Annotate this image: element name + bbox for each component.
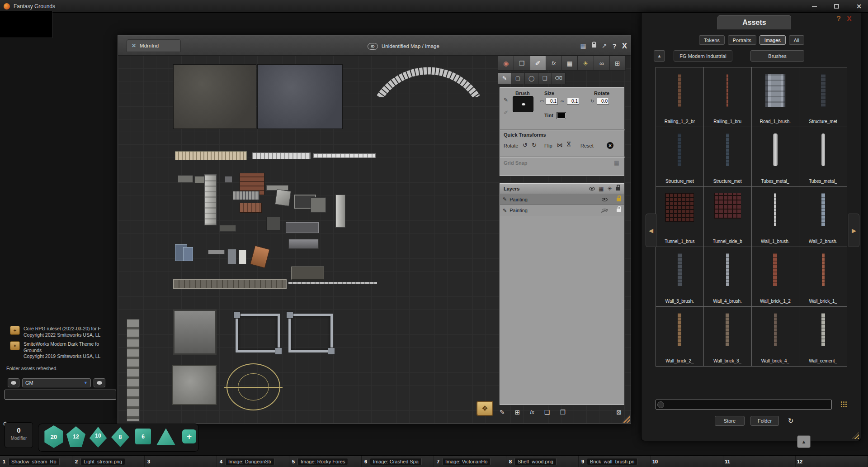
- tab-portraits[interactable]: Portraits: [728, 35, 756, 45]
- layer-lock-icon[interactable]: [617, 209, 621, 212]
- hotkey-slot-4[interactable]: 4Image: DungeonStr: [217, 456, 289, 467]
- minimize-icon[interactable]: [812, 6, 817, 7]
- fx-tool-icon[interactable]: fx: [546, 56, 562, 70]
- hotkey-slot-10[interactable]: 10: [651, 456, 723, 467]
- asset-thumbnail[interactable]: Wall_brick_4_: [752, 307, 799, 366]
- hotkey-slot-2[interactable]: 2Light_stream.png: [72, 456, 145, 467]
- tab-map[interactable]: ✕ MdrnInd: [127, 39, 181, 52]
- asset-thumbnail[interactable]: Wall_2_brush.: [799, 187, 847, 246]
- brushes-button[interactable]: Brushes: [750, 50, 804, 62]
- popout-arrow-icon[interactable]: ↗: [602, 43, 607, 49]
- folder-up-icon[interactable]: ▲: [654, 50, 665, 62]
- layers-visibility-icon[interactable]: [589, 187, 595, 191]
- close-window-icon[interactable]: ✕: [856, 3, 862, 10]
- tab-images[interactable]: Images: [760, 35, 786, 45]
- collapse-panel-button[interactable]: ▲: [797, 435, 811, 448]
- asset-thumbnail[interactable]: Wall_brick_3_: [704, 307, 751, 366]
- asset-thumbnail[interactable]: Wall_3_brush.: [656, 247, 703, 306]
- tab-all[interactable]: All: [789, 35, 804, 45]
- brush-alt-icon[interactable]: ✐: [504, 110, 508, 116]
- chat-entry[interactable]: [5, 390, 116, 400]
- asset-thumbnail[interactable]: Structure_met: [704, 127, 751, 186]
- layer-hidden-icon[interactable]: [602, 209, 608, 212]
- add-paint-layer-icon[interactable]: ✎: [500, 409, 505, 416]
- chat-mode-icon[interactable]: [94, 378, 105, 387]
- add-layer-icon[interactable]: ⊞: [515, 409, 520, 416]
- duplicate-layer-icon[interactable]: ❐: [560, 409, 566, 416]
- page-next-icon[interactable]: ▶: [849, 214, 859, 247]
- asset-thumbnail[interactable]: Wall_brick_1_2: [752, 247, 799, 306]
- size-y-input[interactable]: [567, 98, 579, 105]
- layer-row-painting-1[interactable]: ✎ Painting: [500, 194, 624, 205]
- grid-tool-icon[interactable]: ⊞: [610, 56, 626, 70]
- asset-thumbnail[interactable]: Wall_brick_1_: [799, 247, 847, 306]
- rotate-ccw-icon[interactable]: ↺: [523, 142, 528, 148]
- search-input[interactable]: [664, 402, 831, 407]
- hotkey-slot-7[interactable]: 7Image: VictorianHo: [434, 456, 506, 467]
- asset-thumbnail[interactable]: Wall_4_brush.: [704, 247, 751, 306]
- asset-thumbnail[interactable]: Tunnel_side_b: [704, 187, 751, 246]
- layer-fx-icon[interactable]: fx: [530, 409, 534, 415]
- hotkey-slot-9[interactable]: 9Brick_wall_brush.pn: [579, 456, 651, 467]
- flip-vertical-icon[interactable]: ⋈: [566, 141, 572, 147]
- speaker-select[interactable]: GM ▼: [22, 378, 91, 387]
- light-tool-icon[interactable]: ☀: [578, 56, 594, 70]
- asset-thumbnail[interactable]: Structure_met: [799, 67, 847, 127]
- asset-thumbnail[interactable]: Tubes_metal_: [799, 127, 847, 186]
- pencil-tool-icon[interactable]: ✎: [498, 72, 511, 84]
- chat-input[interactable]: [5, 390, 116, 399]
- tiles-tool-icon[interactable]: ❐: [514, 56, 530, 70]
- asset-thumbnail[interactable]: Road_1_brush.: [752, 67, 799, 127]
- asset-thumbnail[interactable]: Wall_cement_: [799, 307, 847, 366]
- brush-edit-icon[interactable]: ✎: [504, 97, 508, 103]
- eraser-tool-icon[interactable]: ⌫: [552, 72, 566, 84]
- compass-tool-icon[interactable]: ❖: [476, 401, 493, 416]
- grid-toggle-icon[interactable]: ▦: [580, 43, 586, 49]
- layer-row-painting-2[interactable]: ✎ Painting: [500, 205, 624, 216]
- reset-icon[interactable]: ✕: [607, 142, 613, 149]
- page-previous-icon[interactable]: ◀: [646, 214, 656, 247]
- rotate-cw-icon[interactable]: ↻: [532, 142, 537, 148]
- close-map-icon[interactable]: X: [622, 42, 627, 50]
- add-die-button[interactable]: +: [182, 429, 196, 443]
- brush-preview[interactable]: [513, 96, 533, 112]
- tint-color-swatch[interactable]: [557, 113, 566, 119]
- asset-thumbnail[interactable]: Tunnel_1_brus: [656, 187, 703, 246]
- layer-visible-icon[interactable]: [602, 198, 608, 201]
- add-folder-icon[interactable]: ❏: [544, 409, 550, 416]
- map-window-titlebar[interactable]: ✕ MdrnInd ID Unidentified Map / Image ▦ …: [118, 36, 631, 56]
- hotkey-slot-8[interactable]: 8Shelf_wood.png: [506, 456, 579, 467]
- assets-resize-grip[interactable]: [852, 432, 859, 439]
- flip-horizontal-icon[interactable]: ⋈: [557, 142, 563, 148]
- folder-button[interactable]: Folder: [750, 416, 779, 426]
- die-d6[interactable]: 6: [135, 429, 151, 444]
- layers-grid-icon[interactable]: ▦: [599, 186, 604, 192]
- tag-grid-icon[interactable]: [840, 401, 847, 408]
- assets-help-icon[interactable]: ?: [836, 15, 841, 23]
- delete-layer-icon[interactable]: ⊠: [616, 409, 622, 416]
- asset-thumbnail[interactable]: Wall_brick_2_: [656, 307, 703, 366]
- hotkey-slot-11[interactable]: 11: [723, 456, 796, 467]
- layers-lock-icon[interactable]: [616, 187, 620, 191]
- breadcrumb[interactable]: FG Modern Industrial: [674, 50, 732, 62]
- ellipse-tool-icon[interactable]: ◯: [525, 72, 538, 84]
- asset-thumbnail[interactable]: Wall_1_brush.: [752, 187, 799, 246]
- asset-search[interactable]: [656, 400, 832, 410]
- tab-close-icon[interactable]: ✕: [132, 43, 136, 49]
- tab-tokens[interactable]: Tokens: [699, 35, 725, 45]
- hotkey-slot-3[interactable]: 3: [145, 456, 217, 467]
- grid-snap-icon[interactable]: ▦: [614, 159, 619, 166]
- hotkey-slot-6[interactable]: 6Image: Crashed Spa: [362, 456, 434, 467]
- asset-thumbnail[interactable]: Railing_1_2_br: [656, 67, 703, 127]
- pattern-tool-icon[interactable]: ▦: [562, 56, 578, 70]
- assets-close-icon[interactable]: X: [847, 14, 852, 24]
- store-button[interactable]: Store: [715, 416, 745, 426]
- size-x-input[interactable]: [546, 98, 558, 105]
- mask-tool-icon[interactable]: ∞: [594, 56, 610, 70]
- rect-tool-icon[interactable]: ▢: [511, 72, 525, 84]
- asset-thumbnail[interactable]: Tubes_metal_: [752, 127, 799, 186]
- help-icon[interactable]: ?: [612, 43, 616, 49]
- layers-light-icon[interactable]: ☀: [607, 186, 612, 192]
- brush-tool-icon[interactable]: ✐: [530, 56, 546, 70]
- chat-bubble-icon[interactable]: [8, 378, 19, 387]
